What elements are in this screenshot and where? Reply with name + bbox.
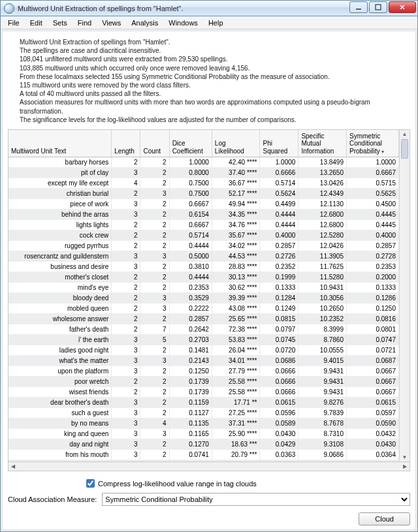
table-cell: 12.1130	[298, 199, 347, 210]
table-row[interactable]: rugged pyrrhus220.444434.02 ****0.285712…	[8, 241, 399, 251]
menu-file[interactable]: File	[3, 18, 24, 28]
summary-text: Multiword Unit Extraction of spellings f…	[20, 38, 406, 124]
compress-checkbox[interactable]	[86, 479, 95, 488]
close-button[interactable]	[389, 1, 416, 13]
table-cell: 0.0227	[260, 460, 298, 462]
table-cell: 2	[112, 387, 140, 398]
table-row[interactable]: poor wretch220.173925.58 ****0.06669.943…	[8, 377, 399, 387]
menu-edit[interactable]: Edit	[25, 18, 47, 28]
compress-label[interactable]: Compress log-likelihood value range in t…	[98, 480, 257, 488]
table-cell: 3	[140, 356, 169, 366]
table-cell: 2	[140, 366, 169, 377]
maximize-button[interactable]	[369, 1, 387, 13]
table-cell: 3	[112, 335, 140, 345]
table-cell: 0.0816	[347, 314, 399, 324]
table-row[interactable]: christian burial230.750052.17 ****0.5624…	[8, 189, 399, 199]
table-cell: mother's closet	[8, 272, 112, 283]
table-cell: 10.2650	[298, 304, 347, 314]
table-cell: 0.0615	[260, 398, 298, 408]
table-row[interactable]: what's the matter330.214334.01 ****0.068…	[8, 356, 399, 366]
table-row[interactable]: pit of clay320.800037.40 ****0.666613.26…	[8, 168, 399, 178]
summary-line: The spellings are case and diacritical i…	[20, 46, 406, 55]
scroll-up-icon[interactable]: ▲	[400, 130, 410, 139]
menu-find[interactable]: Find	[73, 18, 96, 28]
table-row[interactable]: cock crew220.571435.67 ****0.400012.5280…	[8, 230, 399, 241]
column-header[interactable]: SymmetricConditionalProbability	[347, 130, 399, 157]
table-cell: 0.4444	[260, 210, 298, 220]
table-cell: 9.3108	[298, 439, 347, 450]
menu-analysis[interactable]: Analysis	[127, 18, 163, 28]
table-cell: 0.1250	[169, 460, 212, 462]
vertical-scrollbar[interactable]: ▲ ▼	[399, 130, 410, 462]
table-row[interactable]: by no means340.113537.31 ****0.05898.767…	[8, 418, 399, 429]
table-cell: 0.2352	[260, 262, 298, 272]
table-cell: 2	[140, 272, 169, 283]
table-row[interactable]: wholesome answer220.285725.65 ****0.0815…	[8, 314, 399, 324]
table-row[interactable]: from his mouth320.074120.79 ***0.03639.0…	[8, 450, 399, 460]
table-row[interactable]: father's death270.264272.38 ****0.07978.…	[8, 324, 399, 335]
table-row[interactable]: upon the platform320.125027.79 ****0.066…	[8, 366, 399, 377]
table-cell: mind's eye	[8, 283, 112, 293]
association-select[interactable]: Symmetric Conditional Probability	[102, 493, 410, 506]
table-row[interactable]: rosencrantz and guildenstern330.500044.5…	[8, 251, 399, 262]
summary-line: Multiword Unit Extraction of spellings f…	[20, 38, 406, 46]
table-row[interactable]: lights lights220.666734.76 ****0.444412.…	[8, 220, 399, 230]
table-row[interactable]: mobled queen230.222243.08 ****0.124910.2…	[8, 304, 399, 314]
table-row[interactable]: such a guest320.112727.25 ****0.05969.78…	[8, 408, 399, 418]
table-cell: 2	[112, 293, 140, 304]
table-cell: 2	[112, 241, 140, 251]
scrollbar-thumb[interactable]	[401, 139, 408, 159]
column-header[interactable]: LogLikelihood	[212, 130, 260, 157]
scroll-right-icon[interactable]: ▶	[400, 462, 410, 471]
table-cell: 3	[112, 356, 140, 366]
table-row[interactable]: except my life except420.750036.67 ****0…	[8, 178, 399, 189]
table-row[interactable]: king and queen330.116525.90 ****0.04308.…	[8, 429, 399, 439]
table-cell: 0.4500	[347, 199, 399, 210]
table-row[interactable]: behind the arras320.615434.35 ****0.4444…	[8, 210, 399, 220]
menu-sets[interactable]: Sets	[48, 18, 72, 28]
table-row[interactable]: sweet heavens220.125020.09 ***0.02278.39…	[8, 460, 399, 462]
menu-help[interactable]: Help	[204, 18, 228, 28]
table-cell: 3	[112, 168, 140, 178]
table-cell: bloody deed	[8, 293, 112, 304]
table-row[interactable]: piece of work320.666749.94 ****0.449912.…	[8, 199, 399, 210]
table-row[interactable]: wisest friends220.173925.58 ****0.06669.…	[8, 387, 399, 398]
table-row[interactable]: ladies good night320.148126.04 ****0.072…	[8, 345, 399, 356]
scroll-down-icon[interactable]: ▼	[400, 452, 410, 462]
table-row[interactable]: mother's closet220.444430.13 ****0.19991…	[8, 272, 399, 283]
table-cell: 2	[140, 460, 169, 462]
horizontal-scrollbar[interactable]: ◀ ▶	[8, 462, 410, 471]
table-row[interactable]: barbary horses221.000042.40 ****1.000013…	[8, 157, 399, 168]
table-row[interactable]: day and night320.127018.63 ***0.04299.31…	[8, 439, 399, 450]
table-cell: 0.0666	[260, 377, 298, 387]
table-row[interactable]: business and desire320.381028.83 ****0.2…	[8, 262, 399, 272]
table-cell: 8.7678	[298, 418, 347, 429]
column-header[interactable]: SpecificMutualInformation	[298, 130, 347, 157]
column-header[interactable]: Count	[140, 130, 169, 157]
menu-windows[interactable]: Windows	[164, 18, 202, 28]
table-cell: 2	[140, 157, 169, 168]
column-header[interactable]: DiceCoefficient	[169, 130, 212, 157]
results-table: Multiword Unit TextLengthCountDiceCoeffi…	[8, 130, 399, 462]
compress-option: Compress log-likelihood value range in t…	[86, 479, 410, 488]
table-cell: 0.8000	[169, 168, 212, 178]
scroll-left-icon[interactable]: ◀	[8, 462, 18, 471]
summary-line: 108,041 unfiltered multiword units were …	[20, 55, 406, 63]
table-row[interactable]: mind's eye220.235330.62 ****0.133310.943…	[8, 283, 399, 293]
menu-views[interactable]: Views	[97, 18, 125, 28]
minimize-button[interactable]	[349, 1, 368, 13]
table-cell: 0.1270	[169, 439, 212, 450]
table-row[interactable]: i' the earth350.270353.83 ****0.07458.78…	[8, 335, 399, 345]
table-row[interactable]: bloody deed230.352939.39 ****0.128410.30…	[8, 293, 399, 304]
column-header[interactable]: PhiSquared	[260, 130, 298, 157]
table-row[interactable]: dear brother's death320.115917.71 **0.06…	[8, 398, 399, 408]
table-cell: 0.3810	[169, 262, 212, 272]
table-cell: 0.2857	[347, 241, 399, 251]
table-cell: 7	[140, 324, 169, 335]
cloud-button[interactable]: Cloud	[359, 512, 410, 525]
table-cell: 2	[112, 324, 140, 335]
table-cell: 9.9431	[298, 377, 347, 387]
column-header[interactable]: Length	[112, 130, 140, 157]
table-cell: 2	[140, 450, 169, 460]
column-header[interactable]: Multiword Unit Text	[8, 130, 112, 157]
